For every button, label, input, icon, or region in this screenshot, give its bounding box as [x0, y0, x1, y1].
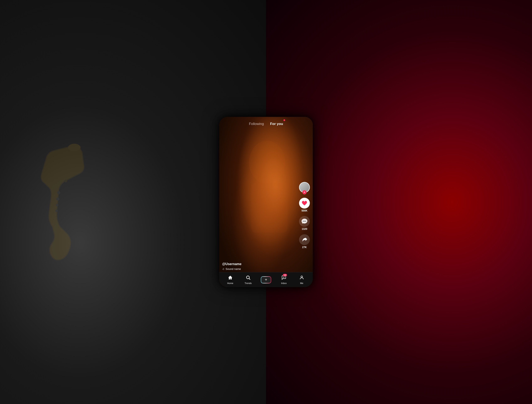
- inbox-label: Inbox: [281, 282, 287, 284]
- svg-line-1: [65, 180, 67, 182]
- profile-icon: [299, 275, 304, 281]
- top-navigation: Following For you: [219, 117, 313, 127]
- svg-point-5: [55, 209, 58, 212]
- plus-button-inner: +: [261, 276, 271, 283]
- create-button[interactable]: +: [261, 276, 271, 283]
- sound-name: Sound name: [226, 267, 241, 271]
- nav-inbox[interactable]: 10 Inbox: [275, 275, 293, 284]
- follow-button[interactable]: +: [302, 190, 306, 194]
- svg-point-8: [303, 221, 304, 221]
- right-actions-panel: + 500K: [299, 182, 310, 249]
- comment-button[interactable]: [299, 216, 310, 227]
- nav-plus[interactable]: +: [257, 276, 275, 283]
- home-label: Home: [227, 282, 233, 284]
- music-note-icon: ♫: [222, 267, 224, 271]
- svg-rect-7: [251, 183, 288, 233]
- share-count: 27K: [302, 246, 307, 249]
- svg-point-15: [301, 276, 303, 278]
- svg-point-10: [305, 221, 306, 221]
- foryou-dot: [284, 119, 285, 121]
- comment-count: 1320: [302, 227, 307, 230]
- phone-screen: Following For you +: [219, 117, 313, 287]
- background-saxophone: [13, 129, 121, 275]
- inbox-wrap: 10 Inbox: [281, 275, 287, 284]
- svg-line-12: [249, 279, 250, 280]
- trends-label: Trends: [245, 282, 252, 284]
- inbox-badge: 10: [283, 274, 287, 276]
- like-action: 500K: [299, 198, 310, 212]
- svg-point-6: [249, 141, 285, 184]
- video-info: @Username ♫ Sound name: [222, 262, 241, 271]
- avatar-item: +: [299, 182, 310, 194]
- nav-trends[interactable]: Trends: [239, 275, 257, 284]
- svg-point-2: [57, 191, 60, 194]
- tab-following[interactable]: Following: [249, 121, 264, 127]
- svg-point-11: [247, 276, 249, 279]
- search-icon: [246, 275, 251, 281]
- tab-foryou[interactable]: For you: [270, 121, 283, 127]
- me-label: Me: [300, 282, 303, 284]
- svg-point-9: [304, 221, 305, 221]
- avatar-wrap: +: [299, 182, 310, 193]
- sound-row: ♫ Sound name: [222, 267, 241, 271]
- nav-home[interactable]: Home: [221, 275, 239, 284]
- like-count: 500K: [302, 209, 308, 212]
- like-button[interactable]: [299, 198, 310, 208]
- svg-point-4: [56, 204, 58, 206]
- comment-action: 1320: [299, 216, 310, 230]
- phone-device: Following For you +: [219, 117, 313, 287]
- plus-icon: +: [265, 277, 267, 282]
- share-button[interactable]: [299, 234, 310, 245]
- svg-point-0: [68, 144, 81, 151]
- share-action: 27K: [299, 234, 310, 249]
- home-icon: [228, 275, 233, 281]
- nav-me[interactable]: Me: [293, 275, 311, 284]
- video-username: @Username: [222, 262, 241, 266]
- bottom-navigation: Home Trends +: [219, 272, 313, 287]
- svg-point-3: [56, 197, 59, 201]
